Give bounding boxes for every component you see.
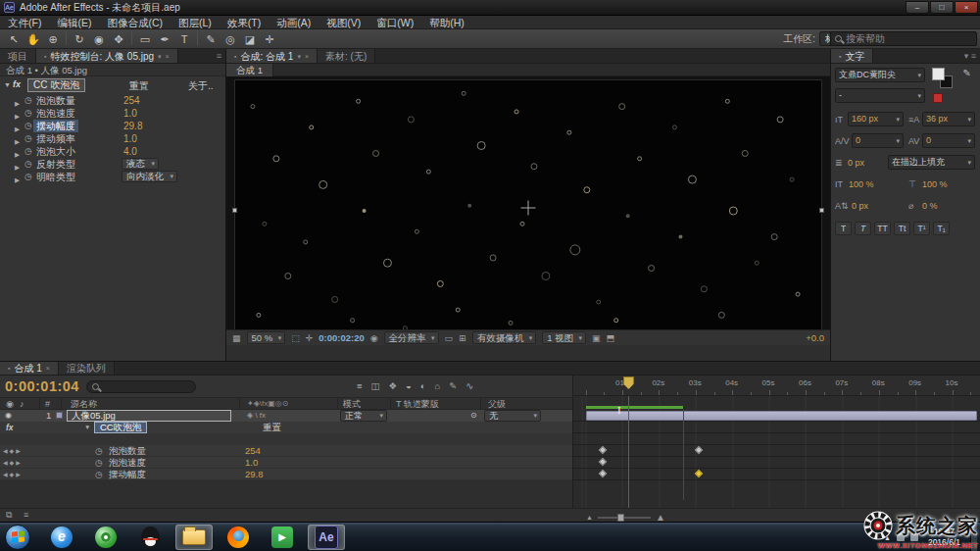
timeline-property-row[interactable]: ◀◆▶◷摆动幅度29.8 xyxy=(0,469,572,480)
close-tab-icon[interactable]: × xyxy=(166,49,170,64)
tab-composition[interactable]: ▪ 合成: 合成 1 ▾ × xyxy=(226,49,318,63)
no-color-swatch[interactable] xyxy=(933,93,943,103)
eyedropper-icon[interactable]: ✎ xyxy=(963,68,971,78)
right-edge-handle[interactable] xyxy=(819,208,824,213)
tab-render-queue[interactable]: 渲染队列 xyxy=(59,362,115,375)
menu-edit[interactable]: 编辑(E) xyxy=(49,16,99,29)
panel-menu-icon[interactable]: ≡ xyxy=(217,49,225,63)
anchor-crosshair[interactable] xyxy=(521,201,536,216)
fx-badge-icon[interactable]: fx xyxy=(6,422,14,433)
text-style-button[interactable]: T¹ xyxy=(913,222,930,235)
pick-whip-icon[interactable]: ⊙ xyxy=(470,410,477,422)
reset-button[interactable]: 重置 xyxy=(263,422,281,433)
cti-line[interactable] xyxy=(628,396,629,508)
type-tool[interactable]: T xyxy=(174,30,194,48)
comp-frame[interactable] xyxy=(234,79,822,342)
toggle-switches-icon[interactable]: ⧉ xyxy=(6,510,12,521)
comp-viewer[interactable]: ▦ 50 % ▾ ⬚ ✛ 0:00:02:20 ◉ 全分辨率 ▾ ▭ ⊞ xyxy=(226,76,830,345)
layer-name[interactable]: 人像05.jpg xyxy=(67,410,231,422)
stopwatch-icon[interactable]: ◷ xyxy=(24,145,32,158)
timeline-button-icon[interactable]: ⬒ xyxy=(607,333,615,343)
twirl-down-icon[interactable]: ▼ xyxy=(84,422,90,433)
effect-name[interactable]: CC 吹泡泡 xyxy=(27,78,85,92)
stopwatch-icon[interactable]: ◷ xyxy=(24,171,32,183)
keyframe-navigator[interactable]: ◀◆▶ xyxy=(3,445,23,457)
vertical-scale-value[interactable]: 100 % xyxy=(849,176,874,192)
start-button[interactable] xyxy=(5,525,30,550)
taskbar-explorer[interactable] xyxy=(175,525,213,550)
exposure-value[interactable]: +0.0 xyxy=(806,332,824,343)
param-value[interactable]: 1.0 xyxy=(123,107,137,120)
pen-tool[interactable]: ✒ xyxy=(155,30,174,48)
menu-layer[interactable]: 图层(L) xyxy=(171,16,220,29)
property-value[interactable]: 29.8 xyxy=(245,469,264,480)
fill-stroke-mode-dropdown[interactable]: 在描边上填充 ▾ xyxy=(888,155,975,170)
stroke-width-value[interactable]: 0 px xyxy=(848,155,864,171)
horizontal-scale-value[interactable]: 100 % xyxy=(922,176,948,192)
kerning-dropdown[interactable]: 0 ▾ xyxy=(852,133,904,148)
comp-timecode[interactable]: 0:00:02:20 xyxy=(318,332,364,343)
menu-composition[interactable]: 图像合成(C) xyxy=(99,16,171,29)
minimize-button[interactable]: – xyxy=(906,1,929,14)
region-of-interest-icon[interactable]: ▭ xyxy=(445,333,454,343)
param-dropdown[interactable]: 向内淡化▾ xyxy=(122,171,177,182)
stopwatch-icon[interactable]: ◷ xyxy=(24,132,32,145)
param-value[interactable]: 4.0 xyxy=(123,145,137,158)
tab-footage[interactable]: 素材: (无) xyxy=(318,49,375,63)
zoom-tool[interactable]: ⊕ xyxy=(43,30,63,48)
property-value[interactable]: 1.0 xyxy=(245,457,258,469)
tab-project[interactable]: 项目 xyxy=(0,49,36,63)
param-value[interactable]: 29.8 xyxy=(123,120,142,132)
zoom-dropdown[interactable]: 50 % ▾ xyxy=(247,331,286,344)
keyframe-navigator[interactable]: ◀◆▶ xyxy=(3,469,23,480)
zoom-track[interactable] xyxy=(598,517,651,519)
taskbar-browser[interactable] xyxy=(87,525,124,550)
snapshot-icon[interactable]: ◉ xyxy=(370,333,378,343)
layer-duration-bar[interactable] xyxy=(586,411,977,421)
blend-mode-dropdown[interactable]: 正常 ▾ xyxy=(340,410,387,422)
expand-layers-icon[interactable]: ≡ xyxy=(24,510,28,520)
taskbar-after-effects[interactable]: Ae xyxy=(308,525,345,550)
grid-options-icon[interactable]: ▦ xyxy=(232,333,241,343)
layer-color-swatch[interactable] xyxy=(56,412,63,419)
close-tab-icon[interactable]: × xyxy=(305,49,309,64)
text-style-button[interactable]: TT xyxy=(874,222,891,235)
taskbar-qq[interactable] xyxy=(131,525,169,550)
tab-effect-controls[interactable]: ▪ 特效控制台: 人像 05.jpg ▾ × xyxy=(36,49,178,63)
panel-menu-icon[interactable]: ▾ ≡ xyxy=(964,49,980,63)
text-style-button[interactable]: Tt xyxy=(894,222,910,235)
track-lanes[interactable] xyxy=(573,396,980,508)
text-style-button[interactable]: T₁ xyxy=(933,222,950,235)
timeline-ruler[interactable]: 01s02s03s04s05s06s07s08s09s10s xyxy=(573,376,980,396)
param-dropdown[interactable]: 液态▾ xyxy=(122,158,159,170)
tracking-dropdown[interactable]: 0 ▾ xyxy=(922,133,975,148)
safe-guides-icon[interactable]: ⬚ xyxy=(291,333,300,343)
tab-character[interactable]: ▪ 文字 xyxy=(831,49,873,63)
keyframe-navigator[interactable]: ◀◆▶ xyxy=(3,457,23,469)
twirl-right-icon[interactable]: ▶ xyxy=(15,174,20,186)
taskbar-green-app[interactable]: ▶ xyxy=(264,525,301,550)
parent-dropdown[interactable]: 无 ▾ xyxy=(484,410,541,422)
taskbar-ie[interactable]: e xyxy=(43,525,80,550)
zoom-out-mountain-icon[interactable]: ▲ xyxy=(586,514,593,521)
stopwatch-icon[interactable]: ◷ xyxy=(24,107,32,120)
viewer-comp-tab[interactable]: 合成 1 xyxy=(226,64,273,76)
brush-tool[interactable]: ✎ xyxy=(201,30,220,48)
text-style-button[interactable]: T xyxy=(855,222,871,235)
layer-switches[interactable]: ◈ \ fx xyxy=(247,410,266,422)
mask-shape-tool[interactable]: ▭ xyxy=(135,30,155,48)
stopwatch-icon[interactable]: ◷ xyxy=(24,94,32,107)
fx-badge-icon[interactable]: fx xyxy=(13,79,21,89)
font-size-dropdown[interactable]: 160 px ▾ xyxy=(848,112,904,126)
property-value[interactable]: 254 xyxy=(245,445,261,457)
menu-window[interactable]: 窗口(W) xyxy=(368,16,421,29)
maximize-button[interactable]: □ xyxy=(930,1,954,14)
eye-icon[interactable]: ◉ xyxy=(5,410,12,422)
font-family-dropdown[interactable]: 文鼎DC黄阳尖 ▾ xyxy=(835,68,925,82)
effect-group-row[interactable]: fx ▼ CC吹泡泡 重置 xyxy=(0,422,572,433)
tab-timeline-comp[interactable]: ▪ 合成 1 × xyxy=(0,362,59,375)
tsume-value[interactable]: 0 % xyxy=(922,198,938,214)
about-button[interactable]: 关于.. xyxy=(188,79,214,93)
param-value[interactable]: 254 xyxy=(123,94,140,107)
timeline-property-row[interactable]: ◀◆▶◷泡泡速度1.0 xyxy=(0,457,572,469)
